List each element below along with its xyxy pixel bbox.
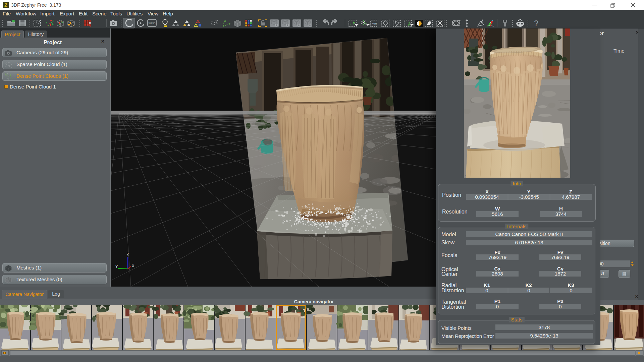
svg-text:RGB: RGB [372,22,377,25]
svg-text:Y: Y [115,264,118,268]
svg-text:X: X [132,264,135,268]
svg-text:Z: Z [127,252,129,256]
svg-text:?: ? [534,19,538,28]
svg-text:WASD: WASD [149,22,156,24]
